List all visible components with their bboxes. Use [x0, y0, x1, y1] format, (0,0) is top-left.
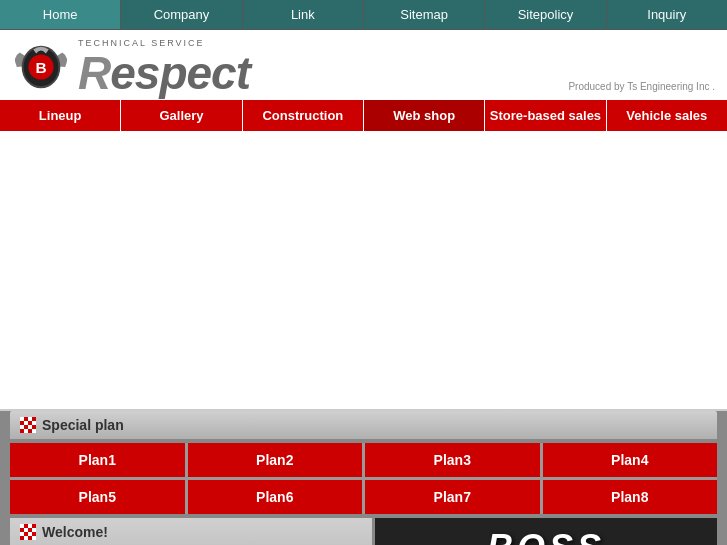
header: B TECHNICAL SERVICE Respect Produced by … — [0, 30, 727, 100]
nav-sitepolicy[interactable]: Sitepolicy — [485, 0, 606, 29]
plan6-button[interactable]: Plan6 — [188, 480, 363, 514]
logo-area: B TECHNICAL SERVICE Respect — [12, 38, 250, 96]
main-content — [0, 131, 727, 411]
checker-icon — [20, 417, 36, 433]
plan5-button[interactable]: Plan5 — [10, 480, 185, 514]
svg-text:B: B — [35, 59, 46, 76]
plan8-button[interactable]: Plan8 — [543, 480, 718, 514]
plan1-button[interactable]: Plan1 — [10, 443, 185, 477]
top-nav: Home Company Link Sitemap Sitepolicy Inq… — [0, 0, 727, 30]
boss-label: BOSS — [487, 527, 605, 545]
welcome-box: Welcome! — [10, 518, 372, 545]
special-plan-title: Special plan — [20, 417, 707, 433]
sec-nav-lineup[interactable]: Lineup — [0, 100, 121, 131]
plan4-button[interactable]: Plan4 — [543, 443, 718, 477]
sec-nav: Lineup Gallery Construction Web shop Sto… — [0, 100, 727, 131]
nav-inquiry[interactable]: Inquiry — [607, 0, 727, 29]
special-plan-label: Special plan — [42, 417, 124, 433]
welcome-header: Welcome! — [20, 524, 362, 540]
sec-nav-construction[interactable]: Construction — [243, 100, 364, 131]
produced-by: Produced by Ts Engineering Inc . — [568, 81, 715, 96]
nav-company[interactable]: Company — [121, 0, 242, 29]
special-plan-header-bar: Special plan — [10, 411, 717, 439]
welcome-checker-icon — [20, 524, 36, 540]
logo-badge: B — [12, 38, 70, 96]
plan7-button[interactable]: Plan7 — [365, 480, 540, 514]
sec-nav-gallery[interactable]: Gallery — [121, 100, 242, 131]
plan2-button[interactable]: Plan2 — [188, 443, 363, 477]
logo-text-area: TECHNICAL SERVICE Respect — [78, 38, 250, 96]
sec-nav-vehicle[interactable]: Vehicle sales — [607, 100, 727, 131]
welcome-label: Welcome! — [42, 524, 108, 540]
plan-grid: Plan1 Plan2 Plan3 Plan4 Plan5 Plan6 Plan… — [10, 443, 717, 514]
nav-sitemap[interactable]: Sitemap — [364, 0, 485, 29]
sec-nav-store[interactable]: Store-based sales — [485, 100, 606, 131]
nav-home[interactable]: Home — [0, 0, 121, 29]
nav-link[interactable]: Link — [243, 0, 364, 29]
bottom-row: Welcome! BOSS — [10, 518, 717, 545]
sec-nav-webshop[interactable]: Web shop — [364, 100, 485, 131]
boss-box: BOSS — [375, 518, 717, 545]
plan3-button[interactable]: Plan3 — [365, 443, 540, 477]
logo-main: Respect — [78, 50, 250, 96]
